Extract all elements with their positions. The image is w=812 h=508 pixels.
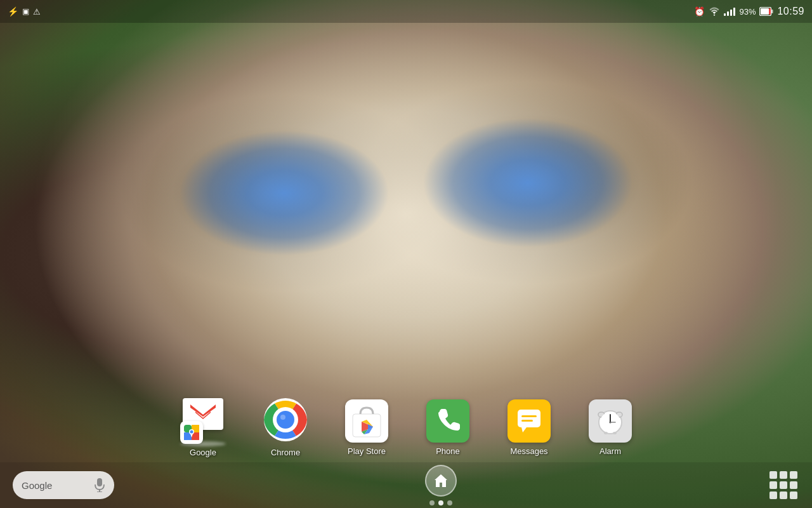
svg-rect-1 xyxy=(761,8,769,15)
chrome-app[interactable]: Chrome xyxy=(264,398,307,457)
warning-icon: ⚠ xyxy=(33,7,41,17)
signal-bars xyxy=(724,8,735,16)
alarm-status-icon: ⏰ xyxy=(694,6,705,17)
svg-point-19 xyxy=(280,415,285,420)
battery-icon xyxy=(759,7,773,16)
wifi-icon xyxy=(709,7,720,16)
svg-marker-23 xyxy=(521,427,527,432)
svg-point-18 xyxy=(277,411,294,429)
svg-rect-2 xyxy=(769,8,771,15)
messages-label: Messages xyxy=(510,446,547,456)
status-left-icons: ⚡ ▣ ⚠ xyxy=(8,6,41,17)
search-bar[interactable]: Google xyxy=(13,471,114,499)
playstore-label: Play Store xyxy=(348,446,386,456)
google-icon xyxy=(180,398,226,444)
home-button[interactable] xyxy=(425,465,457,497)
svg-rect-3 xyxy=(771,10,773,13)
alarm-label: Alarm xyxy=(599,446,621,456)
chrome-label: Chrome xyxy=(271,448,300,457)
svg-rect-24 xyxy=(521,415,537,417)
dock: Google Chrome xyxy=(0,398,812,457)
chrome-icon xyxy=(264,398,307,444)
svg-point-14 xyxy=(190,431,193,434)
svg-point-34 xyxy=(613,432,617,434)
page-dot-1 xyxy=(429,500,435,505)
page-dot-2 xyxy=(438,500,443,505)
all-apps-grid-icon xyxy=(769,471,797,499)
nav-bar: Google xyxy=(0,462,812,508)
google-label: Google xyxy=(190,448,216,457)
usb-icon: ⚡ xyxy=(8,6,18,17)
svg-rect-22 xyxy=(518,410,540,427)
status-right-icons: ⏰ 93% 10:59 xyxy=(694,6,804,17)
sim-icon: ▣ xyxy=(22,7,29,16)
messages-icon xyxy=(508,399,551,443)
playstore-icon xyxy=(345,399,388,443)
svg-rect-25 xyxy=(521,420,533,422)
google-app[interactable]: Google xyxy=(180,398,226,457)
page-dot-3 xyxy=(447,500,452,505)
all-apps-button[interactable] xyxy=(768,469,799,501)
phone-icon xyxy=(426,399,469,443)
svg-point-33 xyxy=(604,432,608,434)
messages-app[interactable]: Messages xyxy=(508,399,551,456)
google-maps-mini-icon xyxy=(180,421,203,444)
microphone-icon[interactable] xyxy=(94,478,105,492)
status-bar: ⚡ ▣ ⚠ ⏰ 93% 10:59 xyxy=(0,0,812,23)
time-display: 10:59 xyxy=(777,6,804,17)
alarm-icon xyxy=(589,399,632,443)
playstore-app[interactable]: Play Store xyxy=(345,399,388,456)
phone-label: Phone xyxy=(436,446,460,456)
phone-app[interactable]: Phone xyxy=(426,399,469,456)
google-search-text: Google xyxy=(22,480,52,491)
battery-percentage: 93% xyxy=(739,7,756,17)
alarm-app[interactable]: Alarm xyxy=(589,399,632,456)
svg-rect-35 xyxy=(97,478,102,486)
page-dots xyxy=(429,500,452,505)
